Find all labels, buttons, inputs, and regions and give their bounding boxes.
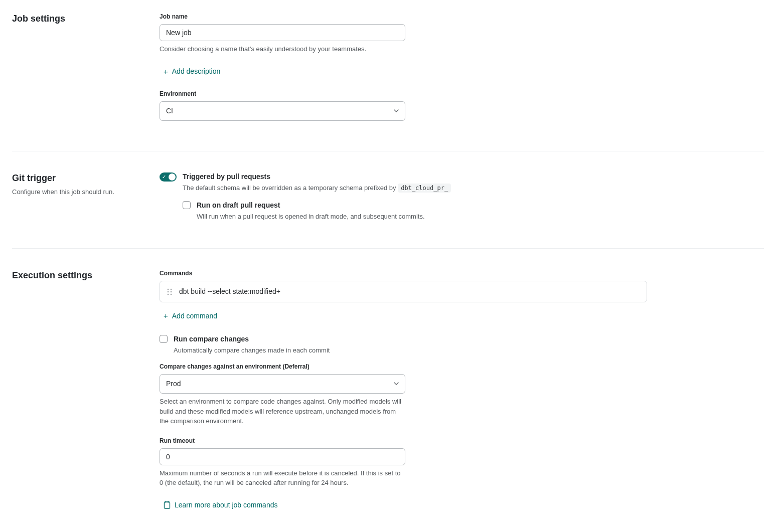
schema-prefix-code: dbt_cloud_pr_ — [398, 184, 451, 193]
run-on-draft-label: Run on draft pull request — [197, 200, 764, 211]
chevron-down-icon — [394, 108, 399, 114]
plus-icon: + — [164, 310, 168, 322]
drag-handle-icon[interactable] — [167, 288, 172, 295]
section-title-job-settings: Job settings — [12, 12, 149, 26]
field-environment: Environment CI — [160, 89, 405, 121]
field-commands: Commands dbt build --select state:modifi… — [160, 269, 764, 324]
add-description-button[interactable]: + Add description — [160, 64, 224, 80]
section-title-git-trigger: Git trigger — [12, 171, 149, 185]
field-run-timeout: Run timeout Maximum number of seconds a … — [160, 436, 405, 488]
job-name-input[interactable] — [160, 24, 405, 41]
svg-rect-6 — [165, 502, 170, 508]
field-job-name: Job name Consider choosing a name that's… — [160, 12, 405, 54]
run-timeout-label: Run timeout — [160, 436, 405, 445]
triggered-by-pr-toggle[interactable]: ✓ — [160, 172, 177, 182]
learn-more-label: Learn more about job commands — [175, 500, 277, 510]
job-name-label: Job name — [160, 12, 405, 21]
svg-point-2 — [168, 291, 169, 292]
job-name-help: Consider choosing a name that's easily u… — [160, 44, 405, 54]
plus-icon: + — [164, 66, 168, 78]
environment-value: CI — [166, 106, 173, 116]
svg-point-1 — [171, 288, 172, 289]
section-title-execution: Execution settings — [12, 269, 149, 282]
add-description-label: Add description — [172, 66, 221, 77]
svg-point-4 — [168, 293, 169, 294]
svg-point-0 — [168, 288, 169, 289]
triggered-by-pr-label: Triggered by pull requests — [183, 171, 764, 182]
add-command-label: Add command — [172, 311, 217, 321]
run-compare-desc: Automatically compare changes made in ea… — [174, 345, 764, 356]
git-trigger-subtitle: Configure when this job should run. — [12, 187, 149, 197]
triggered-by-pr-desc: The default schema will be overridden as… — [183, 183, 764, 193]
command-text: dbt build --select state:modified+ — [179, 286, 640, 297]
deferral-value: Prod — [166, 379, 181, 389]
field-deferral: Compare changes against an environment (… — [160, 362, 405, 426]
document-icon — [164, 501, 171, 509]
svg-point-3 — [171, 291, 172, 292]
command-row[interactable]: dbt build --select state:modified+ — [160, 281, 647, 302]
add-command-button[interactable]: + Add command — [160, 308, 221, 324]
learn-more-link[interactable]: Learn more about job commands — [160, 498, 281, 512]
run-timeout-input[interactable] — [160, 448, 405, 465]
environment-select[interactable]: CI — [160, 101, 405, 121]
commands-label: Commands — [160, 269, 764, 278]
section-execution-settings: Execution settings Commands dbt build --… — [12, 269, 764, 532]
run-on-draft-checkbox[interactable] — [183, 201, 191, 209]
run-on-draft-desc: Will run when a pull request is opened i… — [197, 212, 764, 222]
deferral-help: Select an environment to compare code ch… — [160, 397, 405, 426]
section-job-settings: Job settings Job name Consider choosing … — [12, 12, 764, 151]
run-timeout-help: Maximum number of seconds a run will exe… — [160, 468, 405, 488]
run-compare-label: Run compare changes — [174, 334, 764, 344]
run-compare-checkbox[interactable] — [160, 335, 168, 343]
environment-label: Environment — [160, 89, 405, 98]
deferral-select[interactable]: Prod — [160, 374, 405, 394]
check-icon: ✓ — [162, 173, 166, 181]
deferral-label: Compare changes against an environment (… — [160, 362, 405, 371]
section-git-trigger: Git trigger Configure when this job shou… — [12, 171, 764, 249]
chevron-down-icon — [394, 381, 399, 387]
svg-point-5 — [171, 293, 172, 294]
